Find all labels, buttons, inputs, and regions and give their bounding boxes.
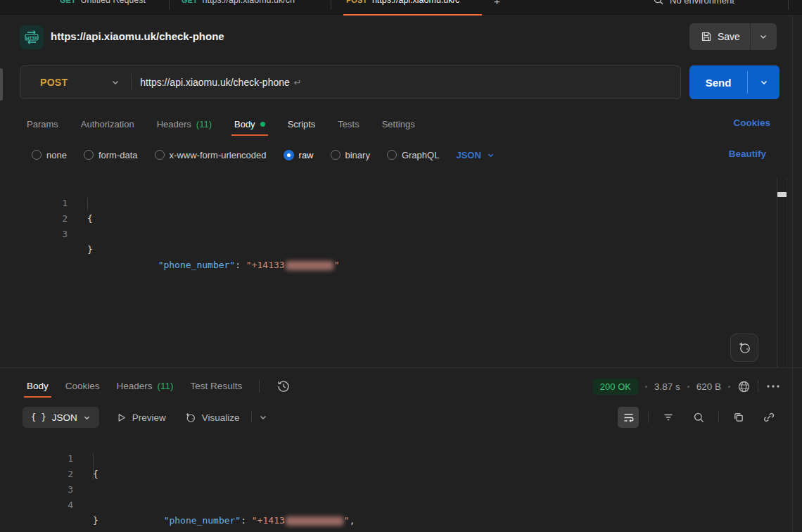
radio-label: form-data [98, 150, 138, 160]
radio-x-www-form-urlencoded[interactable]: x-www-form-urlencoded [155, 150, 267, 160]
svg-text:HTTP: HTTP [26, 35, 37, 40]
save-icon [701, 31, 712, 42]
indent-guide [93, 467, 94, 480]
url-input[interactable]: https://api.xiaomu.uk/check-phone [140, 77, 289, 88]
radio-label: x-www-form-urlencoded [170, 150, 267, 160]
radio-raw-selected[interactable]: raw [284, 150, 314, 160]
beautify-link[interactable]: Beautify [729, 148, 766, 159]
preview-button[interactable]: Preview [116, 412, 166, 423]
tab-label: Authorization [81, 119, 134, 129]
request-tab-1[interactable]: GET Untitled Request [60, 0, 146, 5]
radio-label: none [46, 150, 67, 160]
add-tab-button[interactable]: + [494, 0, 500, 7]
pane-divider[interactable] [0, 367, 802, 368]
request-body-editor[interactable]: 1 { 2 "phone_number": "+14133" 3 } [20, 180, 777, 367]
url-bar: POST https://api.xiaomu.uk/check-phone ↵ [20, 65, 681, 99]
radio-binary[interactable]: binary [331, 150, 370, 160]
link-icon[interactable] [758, 407, 779, 428]
tab-settings[interactable]: Settings [382, 111, 415, 137]
send-split-button: Send [689, 65, 779, 99]
response-time[interactable]: 3.87 s [654, 381, 680, 392]
method-badge-get: GET [182, 0, 198, 4]
response-options-icon[interactable] [765, 384, 781, 389]
sidebar-handle[interactable] [0, 68, 3, 101]
tab-label: Settings [382, 119, 415, 129]
response-tab-headers[interactable]: Headers(11) [117, 374, 174, 398]
chevron-down-icon [487, 151, 495, 159]
format-dropdown[interactable]: JSON [456, 150, 494, 160]
radio-form-data[interactable]: form-data [84, 150, 138, 160]
dot-separator [687, 386, 689, 388]
headers-count: (11) [158, 381, 174, 391]
request-tab-3-active[interactable]: POST https://api.xiaomu.uk/c [346, 0, 459, 5]
tab-authorization[interactable]: Authorization [81, 111, 134, 137]
save-button[interactable]: Save [689, 23, 750, 50]
braces-icon: { } [31, 412, 46, 422]
code-token: : [235, 260, 246, 270]
response-body-editor[interactable]: 1 { 2 "phone_number": "+1413", 3 "status… [20, 436, 777, 532]
preview-label: Preview [132, 412, 166, 423]
visualize-button[interactable]: Visualize [184, 412, 240, 424]
radio-graphql[interactable]: GraphQL [387, 150, 439, 160]
search-icon[interactable] [653, 0, 664, 6]
response-tab-cookies[interactable]: Cookies [65, 374, 100, 398]
radio-label: GraphQL [402, 150, 439, 160]
divider [259, 380, 260, 393]
divider [251, 412, 252, 423]
code-line: 3 "status": "可用" [20, 467, 777, 482]
dot-separator [645, 386, 647, 388]
radio-icon [331, 150, 340, 160]
environment-selector[interactable]: No environment [670, 0, 734, 6]
response-tab-body[interactable]: Body [27, 374, 49, 398]
json-value: "+14133 [246, 260, 285, 270]
tab-headers[interactable]: Headers(11) [157, 111, 212, 137]
cookies-link[interactable]: Cookies [733, 118, 770, 128]
wrap-text-button[interactable] [618, 407, 639, 428]
method-selector[interactable]: POST [40, 77, 68, 88]
tab-body[interactable]: Body [234, 111, 265, 137]
request-title: https://api.xiaomu.uk/check-phone [51, 30, 224, 42]
tab-scripts[interactable]: Scripts [288, 111, 316, 137]
workspace-tab-bar: GET Untitled Request GET https://api.xia… [0, 0, 802, 16]
radio-label: binary [345, 150, 370, 160]
save-options-chevron[interactable] [751, 23, 777, 50]
divider [758, 380, 758, 393]
response-tab-test-results[interactable]: Test Results [191, 374, 243, 398]
tab-tests[interactable]: Tests [338, 111, 359, 137]
method-badge-post: POST [346, 0, 367, 4]
network-globe-icon[interactable] [737, 380, 751, 393]
http-request-icon: HTTP [20, 25, 44, 49]
line-number: 4 [52, 498, 73, 513]
json-value: " [334, 260, 340, 270]
tab-label: Test Results [191, 381, 243, 391]
send-button[interactable]: Send [689, 65, 747, 99]
postbot-button[interactable] [730, 334, 758, 362]
topbar-divider [788, 0, 789, 10]
code-token: } [93, 513, 98, 528]
tab-params[interactable]: Params [27, 111, 58, 137]
indent-guide [93, 453, 94, 467]
code-token: } [87, 242, 93, 258]
response-format-dropdown[interactable]: { } JSON [23, 407, 99, 428]
radio-icon [155, 150, 165, 160]
tab-divider [331, 0, 331, 10]
save-label: Save [718, 31, 740, 42]
editor-scrollbar-thumb[interactable] [777, 192, 787, 197]
status-badge[interactable]: 200 OK [593, 379, 638, 395]
radio-checked-icon [284, 150, 294, 160]
search-icon[interactable] [688, 407, 709, 428]
response-history-icon[interactable] [276, 379, 291, 393]
visualize-options-chevron[interactable] [259, 413, 267, 422]
response-size[interactable]: 620 B [696, 381, 721, 392]
copy-icon[interactable] [728, 407, 749, 428]
filter-icon[interactable] [658, 407, 679, 428]
chevron-down-icon [83, 414, 91, 422]
radio-icon [84, 150, 94, 160]
radio-none[interactable]: none [32, 150, 67, 160]
url-return-symbol: ↵ [294, 77, 302, 88]
method-chevron-icon[interactable] [111, 78, 120, 87]
send-options-chevron[interactable] [748, 65, 779, 99]
radio-icon [32, 150, 42, 160]
indent-guide [87, 198, 88, 210]
request-tab-2[interactable]: GET https://api.xiaomu.uk/ch [182, 0, 295, 5]
